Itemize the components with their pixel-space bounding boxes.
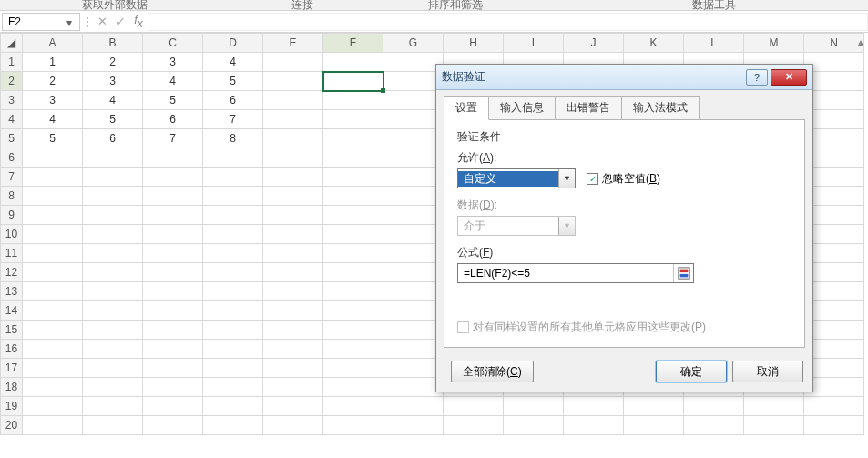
- cell[interactable]: [323, 91, 383, 110]
- accept-formula-button[interactable]: ✓: [111, 15, 129, 28]
- row-header[interactable]: 18: [1, 378, 23, 397]
- row-header[interactable]: 17: [1, 359, 23, 378]
- cell[interactable]: [323, 110, 383, 129]
- row-header[interactable]: 7: [1, 168, 23, 187]
- select-all-cell[interactable]: ◢: [1, 34, 23, 53]
- col-header[interactable]: M: [744, 34, 804, 53]
- formula-bar-input[interactable]: [148, 13, 868, 31]
- col-header[interactable]: C: [143, 34, 203, 53]
- cell[interactable]: [263, 53, 323, 72]
- cell[interactable]: [263, 129, 323, 148]
- cell[interactable]: 4: [83, 91, 143, 110]
- cancel-button[interactable]: 取消: [732, 361, 803, 382]
- cell[interactable]: [383, 72, 444, 91]
- dialog-title: 数据验证: [442, 69, 743, 85]
- allow-combo[interactable]: 自定义 ▼: [457, 168, 576, 188]
- cell[interactable]: [383, 129, 444, 148]
- insert-function-button[interactable]: fx: [129, 13, 148, 30]
- cell[interactable]: 5: [203, 72, 263, 91]
- tab-error-alert[interactable]: 出错警告: [555, 96, 622, 120]
- cell[interactable]: [383, 110, 444, 129]
- col-header[interactable]: E: [263, 34, 323, 53]
- row-header[interactable]: 19: [1, 397, 23, 416]
- cell[interactable]: 5: [83, 110, 143, 129]
- vertical-scrollbar[interactable]: ▲: [853, 36, 868, 49]
- tab-settings[interactable]: 设置: [444, 96, 489, 120]
- row-header[interactable]: 8: [1, 187, 23, 206]
- row-header[interactable]: 14: [1, 301, 23, 321]
- cell[interactable]: 1: [23, 53, 83, 72]
- col-header[interactable]: A: [23, 34, 83, 53]
- cell[interactable]: 6: [203, 91, 263, 110]
- ok-button[interactable]: 确定: [656, 361, 727, 382]
- row-header[interactable]: 16: [1, 340, 23, 359]
- close-button[interactable]: ✕: [771, 69, 807, 86]
- row-header[interactable]: 9: [1, 206, 23, 225]
- data-label: 数据(D):: [457, 198, 791, 213]
- name-box-value: F2: [8, 15, 21, 28]
- col-header[interactable]: K: [624, 34, 684, 53]
- cell[interactable]: 8: [203, 129, 263, 148]
- cell[interactable]: [323, 129, 383, 148]
- cell[interactable]: 6: [83, 129, 143, 148]
- range-picker-icon[interactable]: [673, 264, 693, 282]
- col-header[interactable]: I: [504, 34, 564, 53]
- row-header[interactable]: 10: [1, 225, 23, 244]
- cell[interactable]: 6: [143, 110, 203, 129]
- row-header[interactable]: 11: [1, 244, 23, 263]
- tab-ime-mode[interactable]: 输入法模式: [621, 96, 700, 120]
- cell[interactable]: 7: [143, 129, 203, 148]
- tab-input-msg[interactable]: 输入信息: [488, 96, 556, 120]
- data-validation-dialog: 数据验证 ? ✕ 设置 输入信息 出错警告 输入法模式 验证条件 允许(A): …: [435, 64, 813, 392]
- row-header[interactable]: 4: [1, 110, 23, 129]
- col-header[interactable]: G: [383, 34, 444, 53]
- cell[interactable]: 2: [83, 53, 143, 72]
- col-header[interactable]: J: [564, 34, 624, 53]
- cell[interactable]: [383, 91, 444, 110]
- row-header[interactable]: 20: [1, 416, 23, 435]
- cell[interactable]: [383, 53, 444, 72]
- help-button[interactable]: ?: [746, 69, 768, 86]
- chevron-down-icon[interactable]: ▾: [66, 16, 77, 27]
- dialog-button-row: 全部清除(C) 确定 取消: [436, 355, 812, 392]
- cell[interactable]: 3: [23, 91, 83, 110]
- col-header[interactable]: H: [444, 34, 504, 53]
- allow-value: 自定义: [458, 171, 558, 187]
- scroll-up-icon[interactable]: ▲: [855, 36, 866, 49]
- cell[interactable]: [263, 91, 323, 110]
- clear-all-button[interactable]: 全部清除(C): [451, 361, 534, 382]
- row-header[interactable]: 13: [1, 282, 23, 301]
- cell[interactable]: [323, 53, 383, 72]
- cell[interactable]: 3: [143, 53, 203, 72]
- checkbox-checked-icon: ✓: [587, 173, 598, 185]
- row-header[interactable]: 3: [1, 91, 23, 110]
- row-header[interactable]: 12: [1, 263, 23, 282]
- name-box[interactable]: F2 ▾: [2, 13, 80, 31]
- cell[interactable]: 4: [203, 53, 263, 72]
- cell[interactable]: 5: [23, 129, 83, 148]
- ignore-blank-checkbox[interactable]: ✓ 忽略空值(B): [587, 171, 660, 187]
- col-header[interactable]: B: [83, 34, 143, 53]
- cell[interactable]: [263, 110, 323, 129]
- col-header[interactable]: D: [203, 34, 263, 53]
- row-header[interactable]: 2: [1, 72, 23, 91]
- cell[interactable]: 7: [203, 110, 263, 129]
- row-header[interactable]: 1: [1, 53, 23, 72]
- cell[interactable]: [263, 72, 323, 91]
- col-header[interactable]: L: [684, 34, 744, 53]
- cell[interactable]: 4: [23, 110, 83, 129]
- col-header[interactable]: F: [323, 34, 383, 53]
- dialog-titlebar[interactable]: 数据验证 ? ✕: [436, 65, 812, 90]
- row-header[interactable]: 6: [1, 148, 23, 168]
- formula-input[interactable]: =LEN(F2)<=5: [457, 263, 694, 283]
- row-header[interactable]: 5: [1, 129, 23, 148]
- cell[interactable]: 4: [143, 72, 203, 91]
- cancel-formula-button[interactable]: ✕: [93, 15, 111, 28]
- row-header[interactable]: 15: [1, 321, 23, 340]
- active-cell[interactable]: [323, 72, 383, 91]
- cell[interactable]: 5: [143, 91, 203, 110]
- cell[interactable]: 2: [23, 72, 83, 91]
- cell[interactable]: 3: [83, 72, 143, 91]
- chevron-down-icon[interactable]: ▼: [558, 169, 575, 188]
- svg-rect-1: [679, 270, 688, 273]
